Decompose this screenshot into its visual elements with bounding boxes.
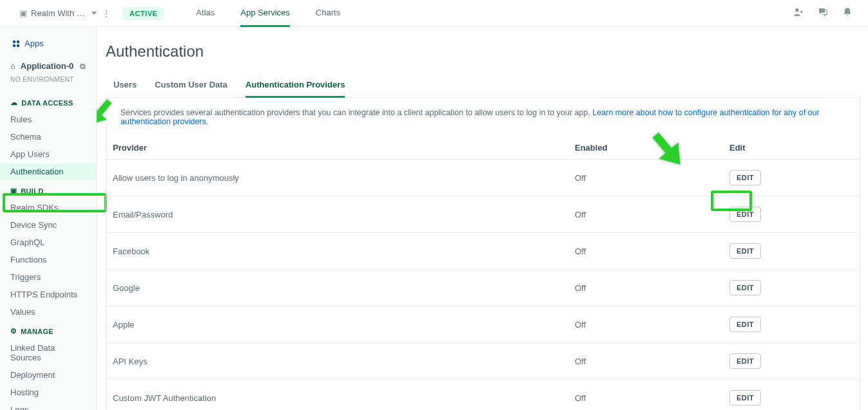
sidebar-item-values[interactable]: Values <box>0 303 96 321</box>
cloud-icon: ☁ <box>10 98 17 107</box>
provider-enabled: Off <box>575 320 729 330</box>
subtabs: Users Custom User Data Authentication Pr… <box>106 76 860 98</box>
provider-name: Custom JWT Authentication <box>106 393 575 403</box>
sidebar-section-manage: ⚙ MANAGE <box>0 321 96 339</box>
subtab-auth-providers[interactable]: Authentication Providers <box>246 76 345 98</box>
apps-grid-icon <box>13 41 19 47</box>
panel-description-text: Services provides several authentication… <box>121 108 592 117</box>
table-row: Custom JWT AuthenticationOffEDIT <box>106 380 860 410</box>
provider-edit-cell: EDIT <box>729 353 860 369</box>
sidebar-app-name: Application-0 <box>21 61 73 71</box>
sidebar-item-graphql[interactable]: GraphQL <box>0 234 96 251</box>
topnav-atlas[interactable]: Atlas <box>196 0 215 27</box>
sidebar-apps-label: Apps <box>24 39 44 48</box>
provider-name: Apple <box>106 320 575 330</box>
sidebar-section-data-access: ☁ DATA ACCESS <box>0 92 96 111</box>
provider-enabled: Off <box>575 393 729 403</box>
provider-edit-cell: EDIT <box>729 207 860 222</box>
provider-name: Facebook <box>106 247 575 256</box>
subtab-custom-user-data[interactable]: Custom User Data <box>155 76 227 98</box>
table-header: Provider Enabled Edit <box>106 136 860 160</box>
edit-button[interactable]: EDIT <box>729 207 761 222</box>
project-name: Realm With Rea... <box>31 8 88 18</box>
sidebar-item-device-sync[interactable]: Device Sync <box>0 216 96 234</box>
table-row: Allow users to log in anonymouslyOffEDIT <box>106 160 860 196</box>
sidebar-app-name-row[interactable]: Application-0 ⧉ <box>0 61 96 76</box>
topnav-charts[interactable]: Charts <box>316 0 340 27</box>
sidebar-item-https-endpoints[interactable]: HTTPS Endpoints <box>0 286 96 303</box>
panel-description: Services provides several authentication… <box>106 98 860 136</box>
provider-edit-cell: EDIT <box>729 243 860 259</box>
sidebar-item-deployment[interactable]: Deployment <box>0 366 96 384</box>
sidebar-item-logs[interactable]: Logs <box>0 401 96 410</box>
edit-button[interactable]: EDIT <box>729 317 761 332</box>
sidebar-section-title: BUILD <box>21 187 43 195</box>
provider-enabled: Off <box>575 173 729 183</box>
build-icon: ▣ <box>10 187 17 195</box>
sidebar-item-realm-sdks[interactable]: Realm SDKs <box>0 199 96 216</box>
chevron-down-icon <box>92 12 97 15</box>
sidebar-item-authentication[interactable]: Authentication <box>0 163 96 180</box>
col-header-provider: Provider <box>106 143 575 153</box>
provider-enabled: Off <box>575 283 729 293</box>
subtab-users[interactable]: Users <box>113 76 137 98</box>
edit-button[interactable]: EDIT <box>729 170 761 185</box>
topbar-right <box>793 7 853 19</box>
provider-edit-cell: EDIT <box>729 170 860 185</box>
sidebar-item-rules[interactable]: Rules <box>0 111 96 128</box>
provider-enabled: Off <box>575 357 729 366</box>
provider-enabled: Off <box>575 210 729 219</box>
sidebar-item-linked-data-sources[interactable]: Linked Data Sources <box>0 339 96 366</box>
edit-button[interactable]: EDIT <box>729 390 761 405</box>
edit-button[interactable]: EDIT <box>729 353 761 369</box>
provider-edit-cell: EDIT <box>729 280 860 295</box>
sidebar-section-title: MANAGE <box>21 328 53 335</box>
sidebar-section-build: ▣ BUILD <box>0 180 96 199</box>
providers-panel: Services provides several authentication… <box>106 98 860 410</box>
main-content: Authentication Users Custom User Data Au… <box>97 27 868 410</box>
sidebar-item-functions[interactable]: Functions <box>0 251 96 268</box>
sidebar-section-title: DATA ACCESS <box>21 99 73 107</box>
topbar: ▣ Realm With Rea... ⋮ ACTIVE Atlas App S… <box>0 0 868 27</box>
provider-name: API Keys <box>106 357 575 366</box>
table-row: API KeysOffEDIT <box>106 343 860 380</box>
provider-name: Allow users to log in anonymously <box>106 173 575 183</box>
provider-name: Email/Password <box>106 210 575 219</box>
table-row: AppleOffEDIT <box>106 306 860 343</box>
svg-point-0 <box>795 8 798 12</box>
sidebar-item-hosting[interactable]: Hosting <box>0 384 96 401</box>
provider-enabled: Off <box>575 247 729 256</box>
table-row: Email/PasswordOffEDIT <box>106 196 860 233</box>
kebab-menu[interactable]: ⋮ <box>102 8 111 19</box>
table-row: GoogleOffEDIT <box>106 270 860 306</box>
col-header-edit: Edit <box>729 143 860 153</box>
top-nav: Atlas App Services Charts <box>196 0 340 27</box>
copy-icon[interactable]: ⧉ <box>80 62 86 71</box>
provider-edit-cell: EDIT <box>729 317 860 332</box>
sidebar-item-schema[interactable]: Schema <box>0 128 96 145</box>
folder-icon: ▣ <box>19 8 27 18</box>
provider-name: Google <box>106 283 575 293</box>
status-badge: ACTIVE <box>123 7 164 20</box>
sidebar-item-triggers[interactable]: Triggers <box>0 268 96 286</box>
sidebar-env: NO ENVIRONMENT <box>0 76 96 92</box>
col-header-enabled: Enabled <box>575 143 729 153</box>
sidebar-item-app-users[interactable]: App Users <box>0 145 96 163</box>
bell-icon[interactable] <box>842 7 853 19</box>
sidebar-apps-link[interactable]: Apps <box>0 39 96 61</box>
sidebar: Apps Application-0 ⧉ NO ENVIRONMENT ☁ DA… <box>0 27 97 410</box>
page-title: Authentication <box>106 42 860 61</box>
gear-icon: ⚙ <box>10 327 17 335</box>
provider-edit-cell: EDIT <box>729 390 860 405</box>
home-icon <box>10 61 15 71</box>
topnav-app-services[interactable]: App Services <box>240 0 290 27</box>
edit-button[interactable]: EDIT <box>729 280 761 295</box>
project-selector[interactable]: ▣ Realm With Rea... <box>19 8 97 18</box>
table-row: FacebookOffEDIT <box>106 233 860 270</box>
feedback-icon[interactable] <box>818 7 828 19</box>
edit-button[interactable]: EDIT <box>729 243 761 259</box>
invite-icon[interactable] <box>793 7 804 19</box>
